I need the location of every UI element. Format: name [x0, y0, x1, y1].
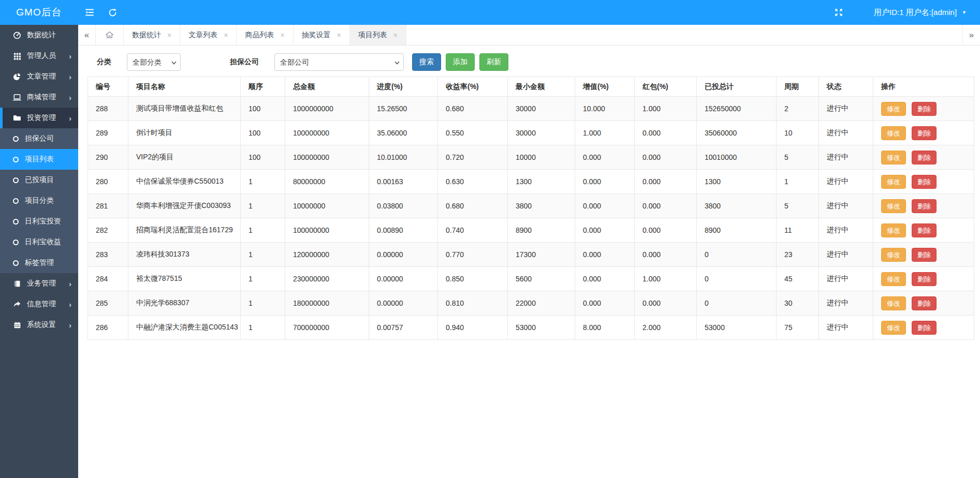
sidebar-subitem-label: 项目列表	[25, 155, 71, 164]
cell: 0.00163	[369, 170, 438, 194]
menu-toggle-icon[interactable]	[78, 0, 101, 25]
sidebar-item-business[interactable]: 业务管理 ›	[0, 273, 78, 294]
cell: 5	[777, 194, 819, 218]
cell: 10	[777, 121, 819, 145]
company-select[interactable]: 全部公司	[274, 53, 404, 71]
search-button[interactable]: 搜索	[412, 53, 441, 71]
sidebar-item-information[interactable]: 信息管理 ›	[0, 294, 78, 315]
tab-lottery-settings[interactable]: 抽奖设置 ×	[294, 25, 350, 45]
close-icon[interactable]: ×	[167, 32, 171, 39]
table-body: 288测试项目带增值收益和红包100100000000015.265000.68…	[88, 97, 974, 340]
cell: 286	[88, 316, 128, 340]
sidebar-subitem-daily-income[interactable]: 日利宝收益	[0, 232, 78, 252]
tab-label: 项目列表	[358, 31, 387, 40]
cell: 10000	[508, 145, 575, 170]
delete-button[interactable]: 删除	[912, 321, 937, 335]
sidebar-item-articles[interactable]: 文章管理 ›	[0, 66, 78, 87]
delete-button[interactable]: 删除	[912, 102, 937, 116]
sidebar-item-label: 投资管理	[27, 113, 69, 123]
sidebar-subitem-daily-invest[interactable]: 日利宝投资	[0, 211, 78, 232]
sidebar-item-mall[interactable]: 商城管理 ›	[0, 87, 78, 108]
delete-button[interactable]: 删除	[912, 296, 937, 310]
edit-button[interactable]: 修改	[881, 151, 906, 165]
refresh-icon[interactable]	[101, 0, 124, 25]
table-row: 285中润光学68830711800000000.000000.81022000…	[88, 291, 974, 316]
sidebar-item-label: 管理人员	[27, 51, 69, 61]
sidebar-subitem-project-categories[interactable]: 项目分类	[0, 190, 78, 211]
cell: 0.000	[635, 170, 697, 194]
user-menu[interactable]: 用户ID:1 用户名:[admin] ▼	[874, 0, 980, 25]
category-select[interactable]: 全部分类	[127, 53, 181, 71]
tab-product-list[interactable]: 商品列表 ×	[237, 25, 293, 45]
refresh-data-button[interactable]: 刷新	[479, 53, 508, 71]
brand-logo: GMO后台	[0, 6, 78, 19]
close-icon[interactable]: ×	[393, 32, 398, 39]
delete-button[interactable]: 删除	[912, 126, 937, 140]
folder-icon	[12, 114, 22, 123]
close-icon[interactable]: ×	[280, 32, 284, 39]
main-area: « 数据统计 × 文章列表 × 商品列表 × 抽奖设置 × 项目列表 × » 分…	[78, 25, 980, 478]
fullscreen-icon[interactable]	[827, 0, 850, 25]
cell: 5	[777, 145, 819, 170]
add-button[interactable]: 添加	[446, 53, 475, 71]
cell: 0.000	[635, 121, 697, 145]
cell: 288	[88, 97, 128, 121]
laptop-icon	[12, 93, 22, 102]
delete-button[interactable]: 删除	[912, 175, 937, 189]
tab-article-list[interactable]: 文章列表 ×	[180, 25, 237, 45]
cell: 中信保诚景华债券C550013	[128, 170, 241, 194]
edit-button[interactable]: 修改	[881, 272, 906, 286]
edit-button[interactable]: 修改	[881, 126, 906, 140]
delete-button[interactable]: 删除	[912, 248, 937, 262]
sidebar-item-managers[interactable]: 管理人员 ›	[0, 46, 78, 66]
edit-button[interactable]: 修改	[881, 223, 906, 237]
column-header: 进度(%)	[369, 77, 438, 97]
cell: 120000000	[285, 243, 369, 267]
cell: 1	[241, 170, 285, 194]
sidebar-item-data-stats[interactable]: 数据统计 ›	[0, 25, 78, 46]
cell: 10000000	[285, 194, 369, 218]
tabs-scroll-left-icon[interactable]: «	[78, 25, 96, 45]
cell: 8900	[697, 218, 777, 243]
chevron-right-icon: ›	[69, 73, 71, 81]
tab-label: 数据统计	[132, 31, 161, 40]
edit-button[interactable]: 修改	[881, 248, 906, 262]
sidebar-subitem-project-list[interactable]: 项目列表	[0, 149, 78, 170]
tab-data-stats[interactable]: 数据统计 ×	[124, 25, 180, 45]
sidebar-subitem-tags[interactable]: 标签管理	[0, 252, 78, 273]
close-icon[interactable]: ×	[337, 32, 341, 39]
circle-icon	[13, 157, 19, 162]
sidebar-subitem-guarantee-company[interactable]: 担保公司	[0, 128, 78, 149]
sidebar-subitem-invested-projects[interactable]: 已投项目	[0, 170, 78, 190]
home-icon	[105, 31, 114, 39]
sidebar-subitem-label: 日利宝投资	[25, 217, 71, 226]
table-header-row: 编号项目名称顺序总金额进度(%)收益率(%)最小金额增值(%)红包(%)已投总计…	[88, 77, 974, 97]
cell: 0.000	[635, 194, 697, 218]
tab-project-list[interactable]: 项目列表 ×	[350, 25, 406, 45]
delete-button[interactable]: 删除	[912, 223, 937, 237]
edit-button[interactable]: 修改	[881, 175, 906, 189]
sidebar-item-label: 商城管理	[27, 93, 69, 102]
actions-cell: 修改 删除	[873, 243, 974, 267]
table-row: 290VIP2的项目10010000000010.010000.72010000…	[88, 145, 974, 170]
tabs-scroll-right-icon[interactable]: »	[962, 25, 980, 45]
table-row: 282招商瑞利灵活配置混合16172911000000000.008900.74…	[88, 218, 974, 243]
calendar-icon	[12, 321, 22, 330]
edit-button[interactable]: 修改	[881, 321, 906, 335]
cell: 1	[241, 218, 285, 243]
delete-button[interactable]: 删除	[912, 199, 937, 213]
edit-button[interactable]: 修改	[881, 199, 906, 213]
sidebar-item-investment[interactable]: 投资管理 ›	[0, 108, 78, 128]
delete-button[interactable]: 删除	[912, 272, 937, 286]
sidebar-item-label: 业务管理	[27, 279, 69, 288]
close-icon[interactable]: ×	[224, 32, 228, 39]
sidebar-item-system[interactable]: 系统设置 ›	[0, 315, 78, 335]
cell: 100	[241, 145, 285, 170]
edit-button[interactable]: 修改	[881, 102, 906, 116]
cell: 100	[241, 121, 285, 145]
cell: 0.000	[575, 218, 635, 243]
edit-button[interactable]: 修改	[881, 296, 906, 310]
tab-home[interactable]	[96, 25, 124, 45]
delete-button[interactable]: 删除	[912, 151, 937, 165]
top-header: GMO后台 用户ID:1 用户名:[admin] ▼	[0, 0, 980, 25]
